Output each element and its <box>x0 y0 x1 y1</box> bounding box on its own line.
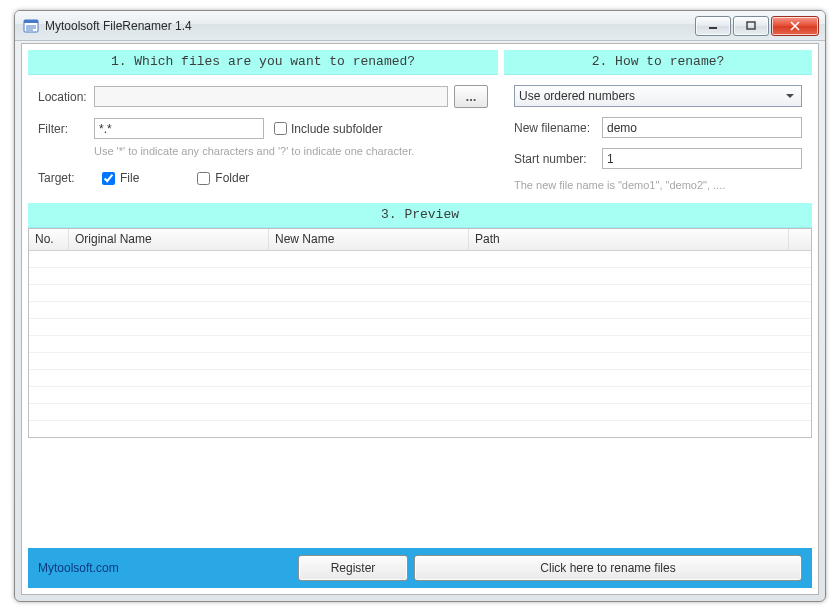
preview-header: 3. Preview <box>28 203 812 228</box>
brand-link[interactable]: Mytoolsoft.com <box>38 561 298 575</box>
start-number-label: Start number: <box>514 152 602 166</box>
table-row <box>29 370 811 387</box>
grid-header: No. Original Name New Name Path <box>29 229 811 251</box>
location-label: Location: <box>38 90 94 104</box>
close-button[interactable] <box>771 16 819 36</box>
table-row <box>29 404 811 421</box>
svg-rect-6 <box>747 22 755 29</box>
table-row <box>29 336 811 353</box>
filter-input[interactable] <box>94 118 264 139</box>
col-original[interactable]: Original Name <box>69 229 269 250</box>
table-row <box>29 285 811 302</box>
col-no[interactable]: No. <box>29 229 69 250</box>
col-path[interactable]: Path <box>469 229 789 250</box>
window-title: Mytoolsoft FileRenamer 1.4 <box>45 19 192 33</box>
new-filename-label: New filename: <box>514 121 602 135</box>
rename-hint: The new file name is "demo1", "demo2", .… <box>514 179 802 191</box>
browse-button[interactable]: ... <box>454 85 488 108</box>
location-input[interactable] <box>94 86 448 107</box>
panel-preview: 3. Preview No. Original Name New Name Pa… <box>22 197 818 444</box>
client-area: 1. Which files are you want to renamed? … <box>21 43 819 595</box>
table-row <box>29 319 811 336</box>
maximize-button[interactable] <box>733 16 769 36</box>
include-subfolder-label: Include subfolder <box>291 122 382 136</box>
panel-which-files: 1. Which files are you want to renamed? … <box>28 50 498 197</box>
start-number-input[interactable] <box>602 148 802 169</box>
target-label: Target: <box>38 171 94 185</box>
col-tail <box>789 229 811 250</box>
filter-label: Filter: <box>38 122 94 136</box>
table-row <box>29 421 811 438</box>
preview-grid: No. Original Name New Name Path <box>28 228 812 438</box>
rename-method-select[interactable]: Use ordered numbers <box>514 85 802 107</box>
section1-header: 1. Which files are you want to renamed? <box>28 50 498 75</box>
footer: Mytoolsoft.com Register Click here to re… <box>28 548 812 588</box>
table-row <box>29 387 811 404</box>
svg-rect-1 <box>24 20 38 23</box>
section2-header: 2. How to rename? <box>504 50 812 75</box>
titlebar: Mytoolsoft FileRenamer 1.4 <box>15 11 825 41</box>
panel-how-to-rename: 2. How to rename? Use ordered numbers Ne… <box>504 50 812 197</box>
table-row <box>29 353 811 370</box>
minimize-button[interactable] <box>695 16 731 36</box>
app-window: Mytoolsoft FileRenamer 1.4 1. Which file… <box>14 10 826 602</box>
table-row <box>29 302 811 319</box>
target-file-label: File <box>120 171 139 185</box>
table-row <box>29 251 811 268</box>
include-subfolder-checkbox[interactable]: Include subfolder <box>274 122 382 136</box>
grid-rows <box>29 251 811 438</box>
register-button[interactable]: Register <box>298 555 408 581</box>
target-folder-label: Folder <box>215 171 249 185</box>
rename-button[interactable]: Click here to rename files <box>414 555 802 581</box>
target-file-checkbox[interactable]: File <box>102 171 139 185</box>
table-row <box>29 268 811 285</box>
target-folder-checkbox[interactable]: Folder <box>197 171 249 185</box>
col-newname[interactable]: New Name <box>269 229 469 250</box>
app-icon <box>23 18 39 34</box>
new-filename-input[interactable] <box>602 117 802 138</box>
filter-hint: Use '*' to indicate any characters and '… <box>94 145 488 157</box>
